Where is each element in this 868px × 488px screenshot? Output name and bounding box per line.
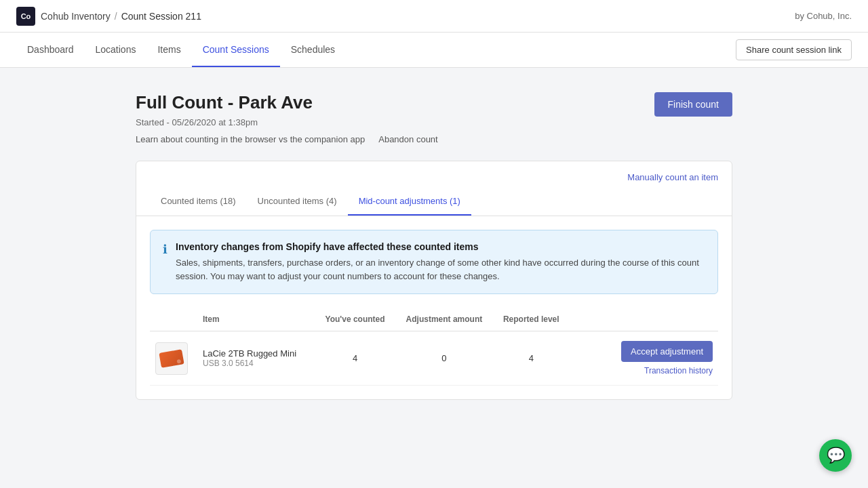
col-action [569,308,718,331]
tabs: Counted items (18) Uncounted items (4) M… [136,188,732,216]
nav-actions: Share count session link [736,39,852,60]
abandon-count-link[interactable]: Abandon count [378,134,437,144]
by-line: by Cohub, Inc. [795,11,852,21]
table-body: LaCie 2TB Rugged Mini USB 3.0 5614 4 0 4… [150,331,718,386]
col-item: Item [197,308,315,331]
nav: Dashboard Locations Items Count Sessions… [0,33,868,68]
breadcrumb-current: Count Session 211 [121,11,201,22]
table-row: LaCie 2TB Rugged Mini USB 3.0 5614 4 0 4… [150,331,718,386]
nav-item-items[interactable]: Items [146,33,191,67]
col-counted: You've counted [315,308,395,331]
info-box-content: Inventory changes from Shopify have affe… [176,241,705,283]
nav-item-schedules[interactable]: Schedules [280,33,346,67]
info-icon: ℹ [163,242,167,257]
chat-fab-button[interactable]: 💬 [819,439,852,472]
item-reported-cell: 4 [494,331,569,386]
item-action-cell: Accept adjustment Transaction history [569,331,718,386]
breadcrumb-separator: / [115,11,117,22]
page-title: Full Count - Park Ave [136,92,438,113]
table-header-row: Item You've counted Adjustment amount Re… [150,308,718,331]
main-content: Full Count - Park Ave Started - 05/26/20… [0,68,868,427]
tab-mid-count-adjustments[interactable]: Mid-count adjustments (1) [348,188,471,216]
chat-icon: 💬 [827,447,845,464]
col-adjustment: Adjustment amount [395,308,493,331]
logo: Co [16,7,35,26]
page-started: Started - 05/26/2020 at 1:38pm [136,117,438,127]
info-description: Sales, shipments, transfers, purchase or… [176,256,705,283]
app-name-link[interactable]: Cohub Inventory [41,11,111,22]
nav-item-locations[interactable]: Locations [85,33,147,67]
page-header: Full Count - Park Ave Started - 05/26/20… [136,92,732,144]
share-count-session-button[interactable]: Share count session link [736,39,852,60]
table-head: Item You've counted Adjustment amount Re… [150,308,718,331]
nav-item-dashboard[interactable]: Dashboard [16,33,85,67]
topbar: Co Cohub Inventory / Count Session 211 b… [0,0,868,33]
table-container: Item You've counted Adjustment amount Re… [136,308,732,399]
transaction-history-link[interactable]: Transaction history [574,366,713,375]
col-reported: Reported level [494,308,569,331]
adjustments-table: Item You've counted Adjustment amount Re… [150,308,718,386]
hdd-icon [159,349,184,368]
col-img [150,308,197,331]
info-title: Inventory changes from Shopify have affe… [176,241,705,252]
item-name: LaCie 2TB Rugged Mini [203,348,310,359]
tab-uncounted-items[interactable]: Uncounted items (4) [247,188,348,216]
tab-counted-items[interactable]: Counted items (18) [150,188,247,216]
nav-item-count-sessions[interactable]: Count Sessions [192,33,280,67]
learn-link[interactable]: Learn about counting in the browser vs t… [136,134,365,144]
item-info-cell: LaCie 2TB Rugged Mini USB 3.0 5614 [197,331,315,386]
page-header-actions: Finish count [654,92,732,117]
item-image-cell [150,331,197,386]
item-image [155,342,188,375]
topbar-left: Co Cohub Inventory / Count Session 211 [16,7,201,26]
item-adjustment-cell: 0 [395,331,493,386]
info-box: ℹ Inventory changes from Shopify have af… [150,230,718,294]
count-session-card: Manually count an item Counted items (18… [136,161,732,400]
item-sku: USB 3.0 5614 [203,359,310,368]
breadcrumb: Cohub Inventory / Count Session 211 [41,11,201,22]
manually-count-link[interactable]: Manually count an item [627,172,718,182]
nav-links: Dashboard Locations Items Count Sessions… [16,33,346,67]
accept-adjustment-button[interactable]: Accept adjustment [621,341,713,362]
finish-count-button[interactable]: Finish count [654,92,732,117]
card-top-action: Manually count an item [136,161,732,182]
page-header-info: Full Count - Park Ave Started - 05/26/20… [136,92,438,144]
item-counted-cell: 4 [315,331,395,386]
page-links: Learn about counting in the browser vs t… [136,134,438,144]
